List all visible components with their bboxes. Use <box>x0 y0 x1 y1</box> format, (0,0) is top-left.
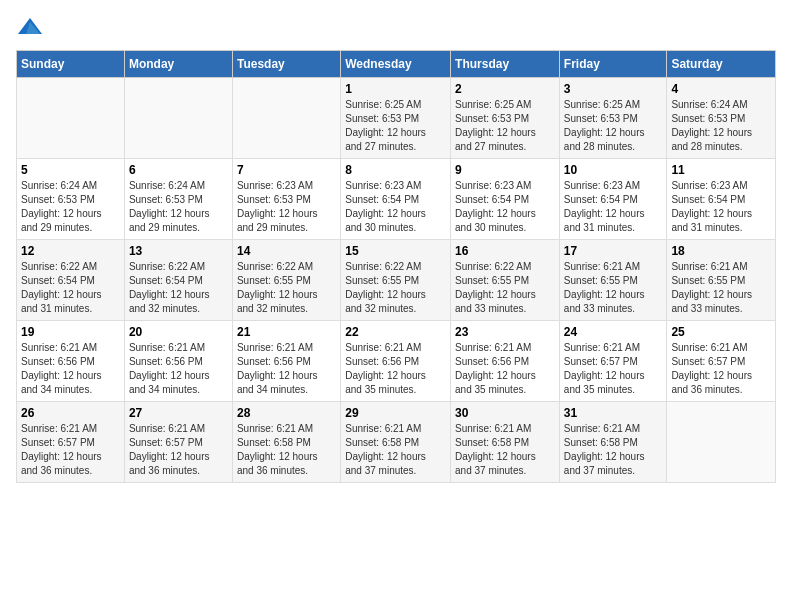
day-info: Sunrise: 6:22 AM Sunset: 6:55 PM Dayligh… <box>455 260 555 316</box>
day-info: Sunrise: 6:21 AM Sunset: 6:57 PM Dayligh… <box>564 341 663 397</box>
day-info: Sunrise: 6:21 AM Sunset: 6:55 PM Dayligh… <box>564 260 663 316</box>
calendar-cell: 3Sunrise: 6:25 AM Sunset: 6:53 PM Daylig… <box>559 78 667 159</box>
day-number: 28 <box>237 406 336 420</box>
calendar-cell: 2Sunrise: 6:25 AM Sunset: 6:53 PM Daylig… <box>451 78 560 159</box>
calendar-table: SundayMondayTuesdayWednesdayThursdayFrid… <box>16 50 776 483</box>
calendar-cell: 30Sunrise: 6:21 AM Sunset: 6:58 PM Dayli… <box>451 402 560 483</box>
day-info: Sunrise: 6:21 AM Sunset: 6:58 PM Dayligh… <box>455 422 555 478</box>
day-info: Sunrise: 6:21 AM Sunset: 6:56 PM Dayligh… <box>345 341 446 397</box>
day-of-week-header: Friday <box>559 51 667 78</box>
day-of-week-header: Thursday <box>451 51 560 78</box>
logo <box>16 16 48 38</box>
day-number: 23 <box>455 325 555 339</box>
calendar-week-row: 19Sunrise: 6:21 AM Sunset: 6:56 PM Dayli… <box>17 321 776 402</box>
calendar-week-row: 12Sunrise: 6:22 AM Sunset: 6:54 PM Dayli… <box>17 240 776 321</box>
day-of-week-header: Tuesday <box>232 51 340 78</box>
calendar-cell <box>667 402 776 483</box>
day-number: 18 <box>671 244 771 258</box>
logo-icon <box>16 16 44 38</box>
day-info: Sunrise: 6:21 AM Sunset: 6:56 PM Dayligh… <box>21 341 120 397</box>
day-info: Sunrise: 6:21 AM Sunset: 6:57 PM Dayligh… <box>129 422 228 478</box>
day-number: 1 <box>345 82 446 96</box>
calendar-cell: 15Sunrise: 6:22 AM Sunset: 6:55 PM Dayli… <box>341 240 451 321</box>
day-number: 16 <box>455 244 555 258</box>
calendar-cell: 11Sunrise: 6:23 AM Sunset: 6:54 PM Dayli… <box>667 159 776 240</box>
day-info: Sunrise: 6:22 AM Sunset: 6:55 PM Dayligh… <box>237 260 336 316</box>
calendar-cell: 17Sunrise: 6:21 AM Sunset: 6:55 PM Dayli… <box>559 240 667 321</box>
day-number: 12 <box>21 244 120 258</box>
day-number: 24 <box>564 325 663 339</box>
day-number: 6 <box>129 163 228 177</box>
day-info: Sunrise: 6:21 AM Sunset: 6:58 PM Dayligh… <box>564 422 663 478</box>
day-number: 22 <box>345 325 446 339</box>
day-number: 31 <box>564 406 663 420</box>
calendar-cell <box>17 78 125 159</box>
day-info: Sunrise: 6:21 AM Sunset: 6:56 PM Dayligh… <box>455 341 555 397</box>
calendar-cell: 5Sunrise: 6:24 AM Sunset: 6:53 PM Daylig… <box>17 159 125 240</box>
calendar-cell: 28Sunrise: 6:21 AM Sunset: 6:58 PM Dayli… <box>232 402 340 483</box>
day-of-week-header: Saturday <box>667 51 776 78</box>
calendar-cell: 21Sunrise: 6:21 AM Sunset: 6:56 PM Dayli… <box>232 321 340 402</box>
day-info: Sunrise: 6:23 AM Sunset: 6:54 PM Dayligh… <box>671 179 771 235</box>
day-number: 11 <box>671 163 771 177</box>
day-info: Sunrise: 6:24 AM Sunset: 6:53 PM Dayligh… <box>21 179 120 235</box>
day-info: Sunrise: 6:21 AM Sunset: 6:57 PM Dayligh… <box>671 341 771 397</box>
day-info: Sunrise: 6:21 AM Sunset: 6:57 PM Dayligh… <box>21 422 120 478</box>
day-info: Sunrise: 6:21 AM Sunset: 6:56 PM Dayligh… <box>237 341 336 397</box>
calendar-cell: 22Sunrise: 6:21 AM Sunset: 6:56 PM Dayli… <box>341 321 451 402</box>
calendar-cell: 9Sunrise: 6:23 AM Sunset: 6:54 PM Daylig… <box>451 159 560 240</box>
day-info: Sunrise: 6:23 AM Sunset: 6:54 PM Dayligh… <box>455 179 555 235</box>
calendar-cell: 4Sunrise: 6:24 AM Sunset: 6:53 PM Daylig… <box>667 78 776 159</box>
calendar-cell: 6Sunrise: 6:24 AM Sunset: 6:53 PM Daylig… <box>124 159 232 240</box>
day-info: Sunrise: 6:21 AM Sunset: 6:56 PM Dayligh… <box>129 341 228 397</box>
day-number: 20 <box>129 325 228 339</box>
day-of-week-header: Monday <box>124 51 232 78</box>
day-number: 27 <box>129 406 228 420</box>
day-info: Sunrise: 6:23 AM Sunset: 6:54 PM Dayligh… <box>345 179 446 235</box>
day-number: 3 <box>564 82 663 96</box>
day-of-week-header: Sunday <box>17 51 125 78</box>
day-info: Sunrise: 6:23 AM Sunset: 6:53 PM Dayligh… <box>237 179 336 235</box>
calendar-cell: 7Sunrise: 6:23 AM Sunset: 6:53 PM Daylig… <box>232 159 340 240</box>
calendar-week-row: 1Sunrise: 6:25 AM Sunset: 6:53 PM Daylig… <box>17 78 776 159</box>
day-number: 26 <box>21 406 120 420</box>
day-number: 25 <box>671 325 771 339</box>
calendar-cell: 13Sunrise: 6:22 AM Sunset: 6:54 PM Dayli… <box>124 240 232 321</box>
day-number: 8 <box>345 163 446 177</box>
day-number: 29 <box>345 406 446 420</box>
calendar-header-row: SundayMondayTuesdayWednesdayThursdayFrid… <box>17 51 776 78</box>
calendar-cell: 8Sunrise: 6:23 AM Sunset: 6:54 PM Daylig… <box>341 159 451 240</box>
day-number: 10 <box>564 163 663 177</box>
calendar-cell: 25Sunrise: 6:21 AM Sunset: 6:57 PM Dayli… <box>667 321 776 402</box>
calendar-cell: 16Sunrise: 6:22 AM Sunset: 6:55 PM Dayli… <box>451 240 560 321</box>
day-number: 9 <box>455 163 555 177</box>
calendar-cell: 24Sunrise: 6:21 AM Sunset: 6:57 PM Dayli… <box>559 321 667 402</box>
day-number: 7 <box>237 163 336 177</box>
day-of-week-header: Wednesday <box>341 51 451 78</box>
calendar-cell: 1Sunrise: 6:25 AM Sunset: 6:53 PM Daylig… <box>341 78 451 159</box>
day-info: Sunrise: 6:22 AM Sunset: 6:55 PM Dayligh… <box>345 260 446 316</box>
page-header <box>16 16 776 38</box>
calendar-cell: 20Sunrise: 6:21 AM Sunset: 6:56 PM Dayli… <box>124 321 232 402</box>
day-info: Sunrise: 6:22 AM Sunset: 6:54 PM Dayligh… <box>129 260 228 316</box>
calendar-cell: 10Sunrise: 6:23 AM Sunset: 6:54 PM Dayli… <box>559 159 667 240</box>
calendar-cell: 31Sunrise: 6:21 AM Sunset: 6:58 PM Dayli… <box>559 402 667 483</box>
calendar-cell: 19Sunrise: 6:21 AM Sunset: 6:56 PM Dayli… <box>17 321 125 402</box>
calendar-cell <box>232 78 340 159</box>
day-number: 4 <box>671 82 771 96</box>
calendar-week-row: 5Sunrise: 6:24 AM Sunset: 6:53 PM Daylig… <box>17 159 776 240</box>
calendar-cell <box>124 78 232 159</box>
calendar-cell: 27Sunrise: 6:21 AM Sunset: 6:57 PM Dayli… <box>124 402 232 483</box>
day-number: 19 <box>21 325 120 339</box>
day-info: Sunrise: 6:24 AM Sunset: 6:53 PM Dayligh… <box>129 179 228 235</box>
day-number: 2 <box>455 82 555 96</box>
day-number: 17 <box>564 244 663 258</box>
calendar-cell: 12Sunrise: 6:22 AM Sunset: 6:54 PM Dayli… <box>17 240 125 321</box>
calendar-cell: 18Sunrise: 6:21 AM Sunset: 6:55 PM Dayli… <box>667 240 776 321</box>
calendar-cell: 29Sunrise: 6:21 AM Sunset: 6:58 PM Dayli… <box>341 402 451 483</box>
day-info: Sunrise: 6:21 AM Sunset: 6:58 PM Dayligh… <box>345 422 446 478</box>
calendar-cell: 23Sunrise: 6:21 AM Sunset: 6:56 PM Dayli… <box>451 321 560 402</box>
day-info: Sunrise: 6:21 AM Sunset: 6:55 PM Dayligh… <box>671 260 771 316</box>
day-number: 30 <box>455 406 555 420</box>
day-number: 13 <box>129 244 228 258</box>
